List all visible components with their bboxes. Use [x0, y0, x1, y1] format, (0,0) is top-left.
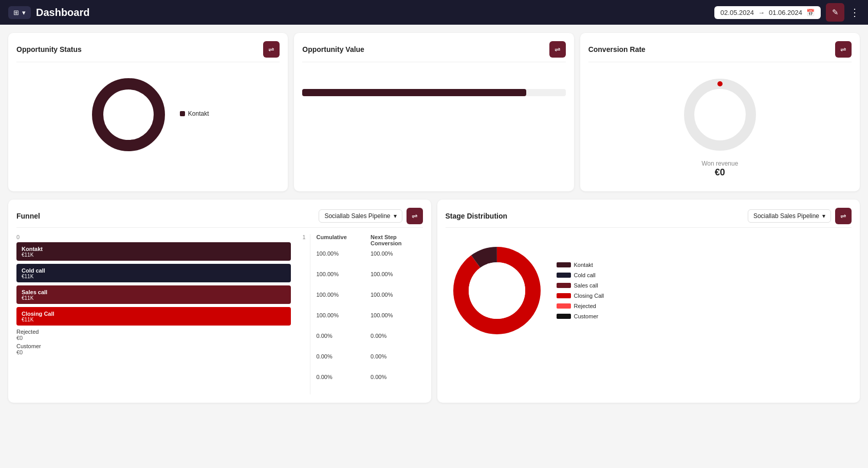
filter-icon: ⇌ [840, 212, 846, 220]
edit-button[interactable]: ✎ [826, 3, 844, 22]
next-1: 100.00% [371, 250, 423, 257]
extra-rejected: Rejected €0 [16, 329, 306, 341]
main-content: Opportunity Status ⇌ Kontakt [0, 25, 868, 411]
table-row-1: 100.00% 100.00% [317, 250, 423, 257]
status-legend: Kontakt [180, 110, 209, 119]
svg-point-5 [469, 262, 525, 319]
date-range-picker[interactable]: 02.05.2024 → 01.06.2024 📅 [714, 6, 821, 19]
funnel-card: Funnel Sociallab Sales Pipeline ▾ ⇌ 0 [8, 200, 431, 403]
dropdown-icon: ▾ [22, 9, 26, 16]
conversion-won-revenue: Won revenue €0 [701, 160, 738, 178]
conversion-rate-filter-button[interactable]: ⇌ [835, 41, 852, 58]
funnel-bar-salescall[interactable]: Sales call €11K [16, 285, 291, 304]
stage-color-customer [557, 314, 571, 319]
stage-color-rejected [557, 303, 571, 309]
bar-label-closingcall: Closing Call [22, 311, 54, 317]
logo-button[interactable]: ⊞ ▾ [8, 6, 31, 19]
extra-label-customer: Customer [16, 343, 41, 349]
calendar-icon: 📅 [806, 9, 815, 16]
stage-header: Stage Distribution Sociallab Sales Pipel… [446, 208, 852, 224]
stage-legend-customer: Customer [557, 313, 604, 319]
stage-legend-rejected: Rejected [557, 303, 604, 309]
stage-pipeline-select[interactable]: Sociallab Sales Pipeline ▾ [748, 209, 831, 223]
svg-point-2 [717, 81, 723, 86]
cumulative-5: 0.00% [317, 333, 369, 339]
ellipsis-icon: ⋮ [849, 7, 860, 18]
status-donut-svg [87, 74, 170, 156]
opportunity-value-title: Opportunity Value [302, 45, 364, 53]
funnel-bar-coldcall[interactable]: Cold call €11K [16, 264, 291, 282]
opportunity-status-chart: Kontakt [16, 68, 280, 161]
opportunity-value-filter-button[interactable]: ⇌ [549, 41, 566, 58]
stage-legend: Kontakt Cold call Sales call Closing Cal… [557, 262, 604, 319]
bar-value-closingcall: €11K [22, 317, 54, 322]
card-divider-3 [588, 62, 852, 62]
cumulative-2: 100.00% [317, 271, 369, 277]
conversion-rate-header: Conversion Rate ⇌ [588, 41, 852, 58]
stage-label-rejected: Rejected [574, 303, 596, 309]
opportunity-status-filter-button[interactable]: ⇌ [263, 41, 280, 58]
stage-legend-salescall: Sales call [557, 282, 604, 289]
cumulative-4: 100.00% [317, 312, 369, 318]
funnel-filter-button[interactable]: ⇌ [407, 208, 423, 224]
arrow-icon: → [758, 9, 765, 16]
cumulative-6: 0.00% [317, 353, 369, 359]
stage-color-coldcall [557, 273, 571, 278]
opportunity-status-header: Opportunity Status ⇌ [16, 41, 280, 58]
chevron-down-icon: ▾ [394, 212, 397, 220]
won-revenue-label: Won revenue [701, 160, 738, 167]
bar-label-coldcall: Cold call [22, 267, 45, 274]
filter-icon: ⇌ [555, 45, 561, 53]
funnel-bar-content-2: Cold call €11K [22, 267, 45, 279]
col-cumulative: Cumulative [317, 234, 369, 246]
page-title: Dashboard [36, 7, 89, 19]
funnel-bar-kontakt[interactable]: Kontakt €11K [16, 242, 291, 261]
more-button[interactable]: ⋮ [849, 6, 860, 19]
funnel-controls: Sociallab Sales Pipeline ▾ ⇌ [319, 208, 422, 224]
conversion-rate-chart: Won revenue €0 [588, 68, 852, 183]
opportunity-status-title: Opportunity Status [16, 45, 82, 53]
header: ⊞ ▾ Dashboard 02.05.2024 → 01.06.2024 📅 … [0, 0, 868, 25]
opportunity-value-chart [302, 68, 565, 117]
chevron-down-icon-2: ▾ [822, 212, 825, 220]
table-row-5: 0.00% 0.00% [317, 333, 423, 339]
funnel-bar-closingcall[interactable]: Closing Call €11K [16, 307, 291, 326]
card-divider-2 [302, 62, 565, 62]
stage-label-coldcall: Cold call [574, 272, 596, 278]
legend-dot-1 [180, 111, 185, 116]
stage-donut-svg [446, 239, 548, 342]
bar-track [302, 89, 565, 96]
table-row-4: 100.00% 100.00% [317, 312, 423, 318]
axis-max: 1 [302, 234, 305, 240]
stage-label-customer: Customer [574, 313, 599, 319]
won-revenue-value: €0 [701, 167, 738, 178]
funnel-bar-row-1: Kontakt €11K [16, 242, 306, 261]
funnel-divider [16, 227, 423, 228]
legend-item-1: Kontakt [180, 110, 209, 117]
funnel-axis: 0 1 [16, 234, 306, 240]
stage-content: Kontakt Cold call Sales call Closing Cal… [446, 234, 852, 342]
stage-divider [446, 227, 852, 228]
bar-label-salescall: Sales call [22, 289, 47, 295]
filter-icon: ⇌ [268, 45, 274, 53]
bar-value-salescall: €11K [22, 295, 47, 301]
stage-legend-closingcall: Closing Call [557, 293, 604, 299]
filter-icon: ⇌ [412, 212, 418, 220]
extra-value-rejected: €0 [16, 335, 306, 341]
bar-fill [302, 89, 526, 96]
funnel-pipeline-select[interactable]: Sociallab Sales Pipeline ▾ [319, 209, 402, 223]
col-nextstep: Next Step Conversion [371, 234, 423, 246]
next-7: 0.00% [371, 374, 423, 380]
stage-filter-button[interactable]: ⇌ [835, 208, 852, 224]
stage-color-closingcall [557, 293, 571, 298]
funnel-bar-row-4: Closing Call €11K [16, 307, 306, 326]
stage-label-closingcall: Closing Call [574, 293, 604, 299]
bar-value-kontakt: €11K [22, 252, 43, 258]
header-right: 02.05.2024 → 01.06.2024 📅 ✎ ⋮ [714, 3, 860, 22]
funnel-header: Funnel Sociallab Sales Pipeline ▾ ⇌ [16, 208, 423, 224]
pipeline-label: Sociallab Sales Pipeline [324, 212, 390, 220]
funnel-table: Cumulative Next Step Conversion 100.00% … [310, 234, 423, 394]
cumulative-1: 100.00% [317, 250, 369, 257]
funnel-bar-content-4: Closing Call €11K [22, 311, 54, 322]
table-row-7: 0.00% 0.00% [317, 374, 423, 380]
